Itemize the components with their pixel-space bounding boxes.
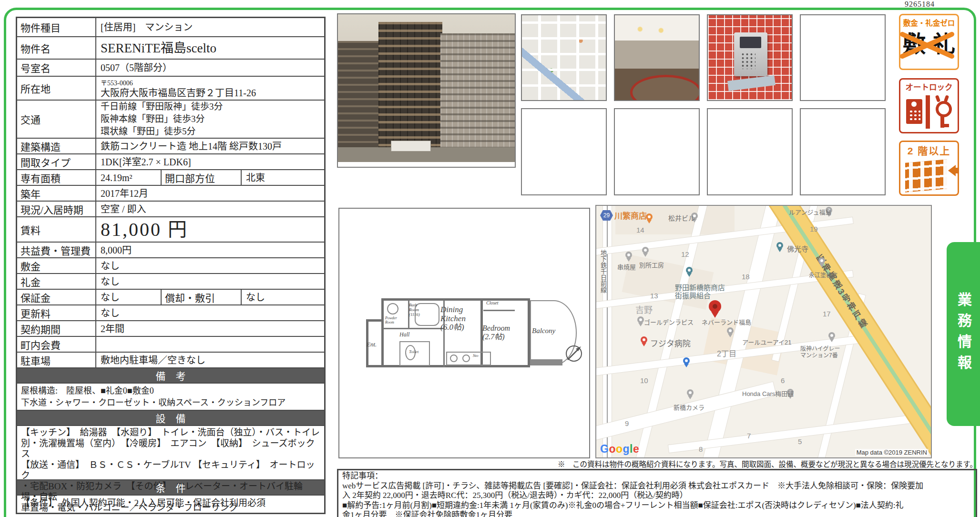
floor-plan-label: Sto [473, 354, 479, 358]
map-label: 串焼屋 [617, 264, 636, 271]
badge-no-deposit: 敷金・礼金ゼロ 敷礼 [899, 14, 959, 70]
map-pin-icon [686, 267, 693, 274]
map-label: 松井ビル [668, 214, 695, 222]
row-status: 現況/入居時期 空室 / 即入 [17, 202, 324, 217]
address-text: 大阪府大阪市福島区吉野２丁目11-26 [101, 88, 256, 98]
map-label: 5 [798, 437, 802, 446]
map-label: ゴールデンラピス [644, 319, 694, 326]
row-value: なし [96, 290, 161, 304]
thumb-intercom [707, 14, 793, 101]
row-label: 敷金 [17, 258, 96, 273]
map-label: 14 [636, 226, 644, 234]
intercom-photo [708, 15, 792, 100]
building-photo [338, 14, 515, 162]
thumb-area-map [521, 14, 607, 101]
row-value: 8,000円 [96, 243, 324, 257]
map-pin-icon [642, 247, 649, 253]
map-label: 19 [810, 225, 818, 233]
map-pin-icon [646, 213, 653, 220]
row-label: 共益費・管理費 [17, 243, 96, 257]
map-label: 18 [742, 273, 750, 281]
row-value [96, 337, 324, 352]
row-key-money: 礼金 なし [17, 274, 324, 290]
row-parking: 駐車場 敷地内駐車場／空きなし [17, 353, 324, 368]
row-value: SERENiTE福島scelto [96, 37, 324, 59]
row-value: なし [96, 258, 324, 273]
row-contract-term: 契約期間 2年間 [17, 321, 324, 337]
map-label: 佛光寺 [787, 245, 808, 253]
floor-plan-label: Bath Room (1116) [409, 303, 420, 317]
row-property-type: 物件種目 [住居用] マンション [17, 18, 324, 37]
row-address: 所在地 〒553-0006 大阪府大阪市福島区吉野２丁目11-26 [17, 77, 324, 101]
map-pin-icon [727, 327, 734, 334]
floor-plan-label: Toilet [409, 350, 419, 355]
section-body-notes: 屋根構造: 陸屋根、■礼金0■敷金0 下水道・シャワー・クローゼット・収納スペー… [17, 384, 324, 411]
section-header-notes: 備 考 [17, 368, 324, 384]
row-value: 0507（5階部分） [96, 60, 324, 76]
map-label: 別所工房 [639, 262, 664, 269]
rent-amount: 81,000 円 [96, 217, 324, 242]
building-icon [905, 159, 947, 193]
sub-label: 開口部方位 [161, 170, 242, 185]
row-value: 敷地内駐車場／空きなし [96, 353, 324, 367]
row-label: 賃料 [17, 217, 96, 242]
row-access: 交通 千日前線「野田阪神」徒歩3分 阪神本線「野田」徒歩3分 環状線「野田」徒歩… [17, 101, 324, 139]
row-area: 専有面積 24.19m² 開口部方位 北東 [17, 170, 324, 186]
map-label: 地下鉄千日前線 [599, 250, 606, 293]
map-label: 9 [625, 419, 629, 427]
map-pin-icon [828, 332, 835, 339]
property-location-pin [709, 300, 721, 313]
map-pin-icon [637, 316, 644, 323]
thumb-entrance [614, 14, 700, 101]
sub-value: 北東 [242, 170, 324, 185]
row-value: 1DK[洋室2.7 × LDK6] [96, 154, 324, 169]
map-label: フジタ病院 [650, 339, 691, 349]
disclaimer-note: ※ この資料は物件の概略紹介資料になります。写真、間取図面、設備、概要などが現況… [337, 458, 977, 469]
row-label: 所在地 [17, 77, 96, 100]
map-label: 6 [781, 376, 785, 385]
row-label: 交通 [17, 101, 96, 138]
map-label: ネバーランド福島 [702, 319, 751, 326]
floor-plan-label: Bedroom (2.7帖) [482, 324, 528, 341]
row-value: 鉄筋コンクリート造 地上14階 総戸数130戸 [96, 139, 324, 153]
map-label: 川繁商店 [614, 212, 647, 221]
section-header-equipment: 設 備 [17, 411, 324, 426]
row-room-number: 号室名 0507（5階部分） [17, 60, 324, 77]
sub-value: なし [242, 290, 324, 304]
map-pin-icon [818, 257, 825, 264]
map-label: ルアンジュ福島 [789, 209, 832, 216]
map-copyright: Map data ©2019 ZENRIN [855, 449, 929, 456]
row-label: 礼金 [17, 274, 96, 289]
row-renewal-fee: 更新料 なし [17, 305, 324, 321]
section-body-equipment: 【キッチン】 給湯器 【水廻り】 トイレ・洗面台（独立）・バス・トイレ 別・洗濯… [17, 426, 324, 480]
thumb-empty-4 [707, 108, 793, 195]
sink [387, 303, 398, 314]
row-rent: 賃料 81,000 円 [17, 217, 324, 243]
floor-plan-label: Ent. [367, 341, 377, 348]
row-label: 保証金 [17, 290, 96, 304]
google-logo: Google [600, 443, 639, 456]
thumb-empty-5 [800, 108, 886, 195]
row-label: 駐車場 [17, 353, 96, 367]
row-value: 空室 / 即入 [96, 202, 324, 216]
side-tab-label: 業務情報 [953, 292, 974, 376]
row-label: 物件名 [17, 37, 96, 59]
map-label: 永江塗装店 [809, 273, 837, 279]
row-label: 築年 [17, 186, 96, 201]
map-label: 17 [823, 310, 831, 318]
row-value: [住居用] マンション [96, 18, 324, 36]
side-tab-business-info: 業務情報 [947, 242, 980, 426]
floor-plan-label: Dining Kitchen (6.0帖) [440, 305, 488, 332]
map-label: 野田新橋筋商店 街振興組合 [675, 284, 725, 300]
map-label: 2丁目 [717, 350, 736, 358]
row-label: 間取タイプ [17, 154, 96, 169]
row-value: 24.19m² [96, 170, 161, 185]
postal-code: 〒553-0006 [101, 79, 133, 88]
map-label: 13 [650, 292, 658, 300]
map-label: Honda Cars梅田西 [742, 391, 794, 398]
left-arrow-icon [948, 165, 956, 176]
row-town-fee: 町内会費 [17, 337, 324, 353]
row-value: 2017年12月 [96, 186, 324, 201]
floor-plan: Ent. Hall Powder Room Bath Room (1116) T… [338, 208, 590, 458]
floor-plan-label: Hall [399, 332, 409, 338]
